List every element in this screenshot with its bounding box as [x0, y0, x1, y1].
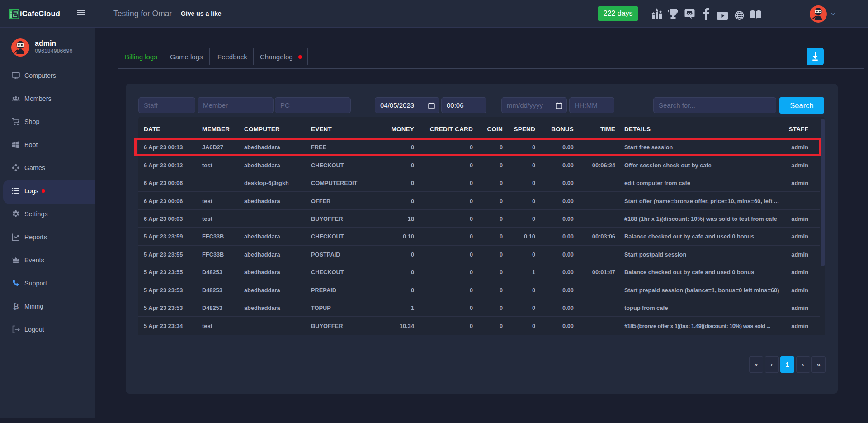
svg-text:₿: ₿ — [13, 302, 19, 310]
